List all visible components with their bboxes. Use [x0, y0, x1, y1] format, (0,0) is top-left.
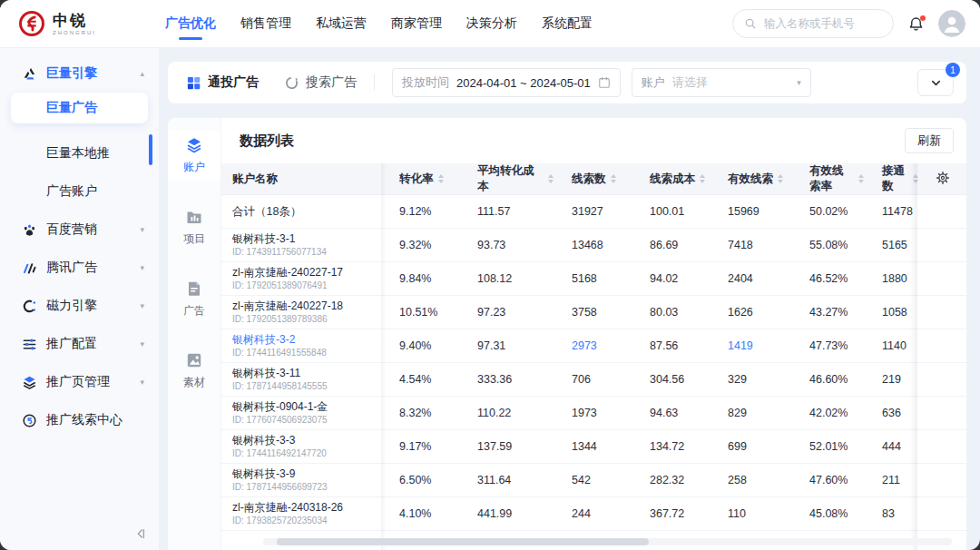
data-card: 账户项目广告素材 数据列表 刷新 账户名称转化率平均转化成本线索数线索成本有效线… [168, 118, 966, 550]
entity-tab-项目[interactable]: 项目 [168, 202, 220, 252]
column-header-有效线索[interactable]: 有效线索 [710, 163, 791, 194]
sidebar-group-推广线索中心[interactable]: 推广线索中心 [0, 401, 159, 439]
layers-icon [22, 375, 37, 390]
row-settings-cell [918, 195, 966, 228]
sort-icon[interactable] [438, 174, 444, 183]
sidebar-group-推广页管理[interactable]: 推广页管理▾ [0, 363, 159, 401]
value-cell-转化率: 9.12% [381, 195, 459, 228]
account-name[interactable]: 银树科技-3-9 [232, 467, 328, 482]
notification-bell[interactable] [907, 15, 925, 33]
value-cell-线索数[interactable]: 2973 [554, 329, 632, 362]
column-header-线索数[interactable]: 线索数 [554, 163, 632, 194]
account-name-cell: 银树科技-3-3ID: 1744116492147720 [221, 430, 381, 463]
column-header-label: 接通数 [882, 163, 908, 194]
account-name[interactable]: 银树科技-3-3 [232, 434, 327, 448]
sidebar-collapse-button[interactable] [133, 526, 148, 541]
value-cell-平均转化成本: 333.36 [459, 363, 554, 396]
value-cell-平均转化成本: 97.31 [459, 329, 554, 362]
entity-tab-账户[interactable]: 账户 [168, 131, 220, 181]
sidebar-group-百度营销[interactable]: 百度营销▾ [0, 211, 159, 249]
ad-type-tab-label: 搜索广告 [306, 74, 357, 91]
caret-up-icon: ▴ [140, 69, 144, 78]
column-header-有效线索率[interactable]: 有效线索率 [791, 163, 864, 194]
column-header-接通数[interactable]: 接通数 [864, 163, 918, 194]
row-settings-cell [918, 464, 966, 496]
table-row: 银树科技-3-2ID: 17441164915558489.40%97.3129… [221, 329, 966, 363]
sort-icon[interactable] [611, 174, 616, 183]
avatar[interactable] [938, 10, 965, 37]
sidebar-group-推广配置[interactable]: 推广配置▾ [0, 325, 159, 363]
caret-down-icon: ▾ [140, 378, 144, 387]
sidebar-item-巨量广告[interactable]: 巨量广告 [11, 93, 148, 123]
value-cell-有效线索率: 45.08% [791, 497, 864, 530]
refresh-button[interactable]: 刷新 [905, 128, 954, 153]
account-name[interactable]: zl-南京捷融-240227-18 [232, 300, 343, 314]
account-name[interactable]: zl-南京捷融-240227-17 [232, 266, 343, 280]
table-row: 银树科技-3-9ID: 17871449566997236.50%311.645… [221, 464, 966, 497]
nav-item-私域运营[interactable]: 私域运营 [316, 1, 367, 46]
account-name-cell: 银树科技-3-1ID: 1743911756077134 [221, 229, 381, 261]
value-cell-线索成本: 134.72 [632, 430, 710, 463]
nav-item-广告优化[interactable]: 广告优化 [165, 1, 216, 46]
account-name[interactable]: zl-南京捷融-240318-26 [232, 501, 343, 516]
value-cell-线索成本: 304.56 [632, 363, 710, 396]
column-settings-cell[interactable] [918, 163, 966, 194]
account-name-cell: 银树科技-3-2ID: 1744116491555848 [221, 329, 381, 362]
sidebar-group-label: 百度营销 [46, 221, 140, 238]
scrollbar-thumb[interactable] [277, 538, 649, 545]
value-cell-平均转化成本: 441.99 [459, 497, 554, 530]
row-settings-cell [918, 329, 966, 362]
chevron-down-icon: ▾ [797, 78, 801, 87]
value-cell-有效线索率: 52.01% [791, 430, 864, 463]
nav-item-决策分析[interactable]: 决策分析 [466, 1, 517, 46]
entity-tab-label: 素材 [183, 375, 205, 390]
header-right [732, 9, 965, 38]
account-name[interactable]: 银树科技-3-11 [232, 367, 328, 381]
value-cell-有效线索[interactable]: 1419 [710, 329, 791, 362]
search-input[interactable] [762, 16, 882, 31]
account-name[interactable]: 银树科技-3-2 [232, 333, 327, 348]
global-search[interactable] [732, 9, 894, 38]
sort-icon[interactable] [778, 174, 783, 183]
column-header-线索成本[interactable]: 线索成本 [632, 163, 710, 194]
sidebar-group-磁力引擎[interactable]: 磁力引擎▾ [0, 287, 159, 325]
column-header-转化率[interactable]: 转化率 [381, 163, 459, 194]
value-cell-接通数: 211 [864, 464, 918, 496]
table-row: 银树科技-3-1ID: 17439117560771349.32%93.7313… [221, 229, 966, 262]
value-cell-线索成本: 94.02 [632, 262, 710, 295]
account-name[interactable]: 银树科技-3-1 [232, 232, 327, 247]
horizontal-scrollbar[interactable] [263, 538, 952, 545]
sort-icon[interactable] [700, 174, 705, 183]
value-cell-平均转化成本: 108.12 [459, 262, 554, 295]
value-cell-转化率: 9.84% [381, 262, 459, 295]
value-cell-线索数: 1973 [554, 397, 632, 429]
filter-count-badge: 1 [946, 63, 960, 77]
ad-type-tab-搜索广告[interactable]: 搜索广告 [284, 74, 357, 91]
sidebar-group-腾讯广告[interactable]: 腾讯广告▾ [0, 249, 159, 287]
ocean-engine-icon [22, 66, 37, 82]
sidebar-group-巨量引擎[interactable]: 巨量引擎▴ [0, 54, 159, 93]
sliders-icon [22, 337, 37, 352]
nav-item-系统配置[interactable]: 系统配置 [542, 1, 593, 46]
date-range-picker[interactable]: 投放时间 2024-04-01 ~ 2024-05-01 [392, 68, 621, 97]
entity-tab-素材[interactable]: 素材 [168, 346, 220, 396]
gear-icon [936, 171, 950, 188]
value-cell-转化率: 4.54% [381, 363, 459, 396]
ad-type-tabs: 通投广告搜索广告 [186, 74, 357, 91]
sidebar-item-巨量本地推[interactable]: 巨量本地推 [0, 134, 159, 172]
date-label: 投放时间 [402, 74, 449, 91]
column-header-平均转化成本[interactable]: 平均转化成本 [459, 163, 554, 194]
sidebar-item-广告账户[interactable]: 广告账户 [0, 172, 159, 211]
account-name[interactable]: 银树科技-0904-1-金 [232, 400, 328, 415]
value-cell-线索数: 542 [554, 464, 632, 496]
ad-type-tab-通投广告[interactable]: 通投广告 [186, 74, 259, 91]
entity-tab-广告[interactable]: 广告 [168, 274, 220, 324]
nav-item-销售管理[interactable]: 销售管理 [240, 1, 291, 46]
value-cell-线索数: 706 [554, 363, 632, 396]
value-cell-接通数: 11478 [864, 195, 918, 228]
filter-collapse-button[interactable]: 1 [917, 69, 954, 96]
entity-tab-label: 项目 [183, 231, 205, 247]
account-select[interactable]: 账户 请选择 ▾ [632, 68, 811, 97]
nav-item-商家管理[interactable]: 商家管理 [391, 1, 442, 46]
account-name-cell: zl-南京捷融-240227-18ID: 1792051389789386 [221, 296, 381, 329]
